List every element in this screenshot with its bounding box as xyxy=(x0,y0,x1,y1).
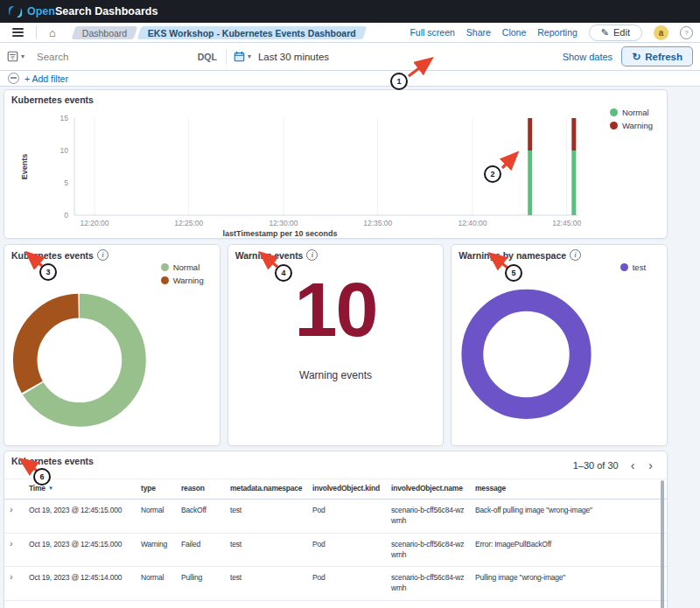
panel-title[interactable]: Warning events i xyxy=(235,249,318,261)
cell-objname: scenario-b-cff56c84-wzwmh xyxy=(389,567,470,600)
table-row: ›Oct 19, 2023 @ 12:45:15.000NormalBackOf… xyxy=(4,500,667,534)
row-expand-button[interactable]: › xyxy=(6,601,24,608)
home-button[interactable]: ⌂ xyxy=(44,25,61,40)
menu-button[interactable] xyxy=(7,24,29,40)
legend-dot-icon xyxy=(610,108,618,116)
histogram-legend: NormalWarning xyxy=(610,108,653,130)
calendar-icon xyxy=(234,51,245,62)
panel-kubernetes-events-histogram: Kubernetes events 12:20:0012:25:0012:30:… xyxy=(4,89,668,239)
chevron-left-icon[interactable]: ‹ xyxy=(629,459,637,472)
column-header-message[interactable]: message xyxy=(473,479,662,499)
cell-namespace: test xyxy=(228,601,307,608)
column-header-involvedobject-kind[interactable]: involvedObject.kind xyxy=(311,479,386,499)
breadcrumb-current-dashboard[interactable]: EKS Workshop - Kubernetes Events Dashboa… xyxy=(137,26,368,39)
events-table-header: Time▼typereasonmetadata.namespaceinvolve… xyxy=(4,479,667,500)
query-language-button[interactable]: DQL xyxy=(189,52,226,62)
svg-text:12:20:00: 12:20:00 xyxy=(80,219,108,227)
cell-message: Back-off pulling image "wrong-image" xyxy=(473,500,662,522)
home-icon: ⌂ xyxy=(49,27,56,38)
panel-title[interactable]: Kubernetes events xyxy=(11,94,94,105)
reporting-link[interactable]: Reporting xyxy=(537,27,578,38)
cell-message: Pulling image "wrong-image" xyxy=(473,567,662,590)
legend-dot-icon xyxy=(610,122,618,129)
filter-options-icon[interactable] xyxy=(8,73,19,84)
svg-text:Events: Events xyxy=(20,154,29,180)
legend-item[interactable]: Normal xyxy=(610,108,653,117)
svg-text:0: 0 xyxy=(64,211,68,220)
events-table-body: ›Oct 19, 2023 @ 12:45:15.000NormalBackOf… xyxy=(4,500,667,608)
panel-title[interactable]: Warnings by namespace i xyxy=(458,249,581,261)
cell-type: Normal xyxy=(139,567,176,590)
panel-warnings-by-namespace-donut: Warnings by namespace i test xyxy=(451,244,668,446)
search-input[interactable] xyxy=(32,52,189,62)
share-link[interactable]: Share xyxy=(466,27,491,38)
warning-events-metric: 10 Warning events xyxy=(228,245,444,445)
legend-dot-icon xyxy=(620,263,628,271)
help-icon[interactable]: ? xyxy=(680,26,693,39)
panel-kubernetes-events-donut: Kubernetes events i NormalWarning xyxy=(4,244,220,446)
metric-value: 10 xyxy=(295,271,377,348)
events-histogram-chart[interactable]: 12:20:0012:25:0012:30:0012:35:0012:40:00… xyxy=(4,106,668,239)
full-screen-link[interactable]: Full screen xyxy=(410,27,454,38)
table-scrollbar[interactable] xyxy=(661,480,664,608)
cell-kind: Pod xyxy=(311,601,386,608)
cell-objname: scenario-b-cff56c84-wzwmh xyxy=(389,500,470,533)
cell-namespace: test xyxy=(228,534,307,556)
info-icon[interactable]: i xyxy=(306,249,318,261)
column-header-metadata-namespace[interactable]: metadata.namespace xyxy=(228,479,307,499)
nav-actions: Full screen Share Clone Reporting ✎ Edit… xyxy=(410,24,693,41)
column-header-type[interactable]: type xyxy=(139,479,176,499)
cell-kind: Pod xyxy=(311,534,386,556)
quick-select-date-button[interactable]: ▾ xyxy=(227,51,258,62)
info-icon[interactable]: i xyxy=(570,249,581,261)
opensearch-logo[interactable]: OpenSearch Dashboards xyxy=(9,5,158,18)
table-row: ›Oct 19, 2023 @ 12:45:14.000NormalPullin… xyxy=(4,567,667,601)
namespace-donut-chart[interactable] xyxy=(452,245,667,445)
panel-title[interactable]: Kubernetes events xyxy=(11,456,94,466)
breadcrumb-dashboard[interactable]: Dashboard xyxy=(71,26,137,39)
table-pagination: 1–30 of 30 ‹ › xyxy=(573,459,654,472)
svg-text:15: 15 xyxy=(60,114,69,122)
legend-label: Warning xyxy=(173,276,204,285)
add-filter-link[interactable]: + Add filter xyxy=(24,73,68,84)
column-header-reason[interactable]: reason xyxy=(179,479,225,499)
chevron-right-icon[interactable]: › xyxy=(647,459,654,472)
show-dates-link[interactable]: Show dates xyxy=(563,52,612,62)
table-row: ›Oct 19, 2023 @ 12:45:14.000WarningFaile… xyxy=(4,601,667,608)
query-bar: ▾ DQL ▾ Last 30 minutes Show dates ↻ Ref… xyxy=(0,43,700,71)
legend-label: Normal xyxy=(173,262,200,272)
legend-label: Warning xyxy=(622,121,653,130)
legend-item[interactable]: Normal xyxy=(161,262,204,272)
row-expand-button[interactable]: › xyxy=(6,567,24,582)
panel-title[interactable]: Kubernetes events i xyxy=(11,249,108,261)
clone-link[interactable]: Clone xyxy=(502,27,526,38)
legend-dot-icon xyxy=(161,263,169,271)
brand-text: OpenSearch Dashboards xyxy=(27,5,158,17)
legend-item[interactable]: Warning xyxy=(161,276,204,285)
legend-item[interactable]: test xyxy=(620,262,646,272)
opensearch-logo-icon xyxy=(9,5,22,18)
table-row: ›Oct 19, 2023 @ 12:45:15.000WarningFaile… xyxy=(4,534,667,568)
svg-text:10: 10 xyxy=(60,146,69,155)
legend-item[interactable]: Warning xyxy=(610,121,653,130)
time-range-value[interactable]: Last 30 minutes xyxy=(258,52,416,62)
saved-query-menu-button[interactable]: ▾ xyxy=(7,51,32,62)
svg-text:5: 5 xyxy=(64,178,68,187)
cell-reason: Failed xyxy=(179,534,225,556)
refresh-button[interactable]: ↻ Refresh xyxy=(621,46,693,66)
opensearch-dashboards-app: OpenSearch Dashboards ⌂ Dashboard EKS Wo… xyxy=(0,0,700,608)
column-header-involvedobject-name[interactable]: involvedObject.name xyxy=(389,479,470,499)
edit-button[interactable]: ✎ Edit xyxy=(589,24,642,41)
row-expand-button[interactable]: › xyxy=(6,500,24,514)
annotation-circle-4: 4 xyxy=(275,264,292,282)
info-icon[interactable]: i xyxy=(97,249,108,261)
avatar[interactable]: a xyxy=(654,25,668,40)
cell-reason: BackOff xyxy=(179,500,225,522)
top-bar: OpenSearch Dashboards xyxy=(0,0,700,23)
pencil-icon: ✎ xyxy=(601,27,609,38)
svg-text:12:35:00: 12:35:00 xyxy=(363,219,392,227)
row-expand-button[interactable]: › xyxy=(6,534,24,549)
annotation-circle-3: 3 xyxy=(39,263,57,281)
namespace-donut-legend: test xyxy=(620,262,646,272)
cell-time: Oct 19, 2023 @ 12:45:14.000 xyxy=(27,567,136,590)
